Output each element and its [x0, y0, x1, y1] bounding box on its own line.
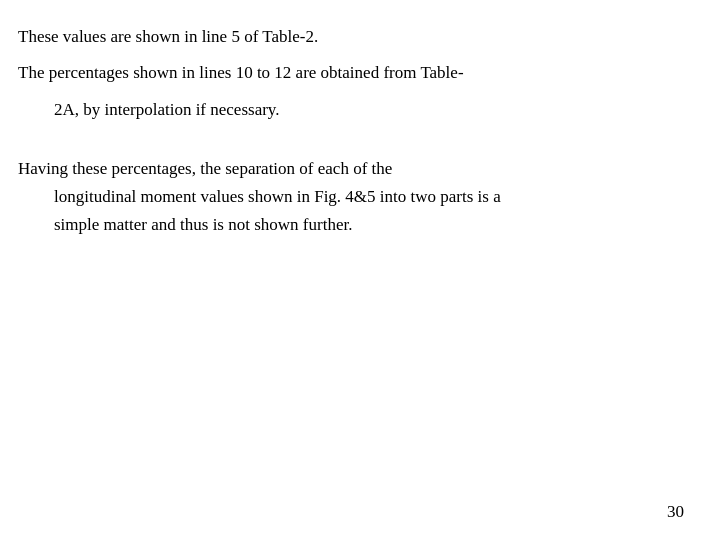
spacer [18, 123, 684, 155]
paragraph-3-text-line2: longitudinal moment values shown in Fig.… [54, 187, 501, 206]
paragraph-3-line2: longitudinal moment values shown in Fig.… [18, 183, 684, 211]
paragraph-3-line3: simple matter and thus is not shown furt… [18, 211, 684, 239]
page-container: These values are shown in line 5 of Tabl… [0, 0, 720, 540]
paragraph-3-text-line1: Having these percentages, the separation… [18, 159, 392, 178]
paragraph-2-text-part2: 2A, by interpolation if necessary. [54, 100, 280, 119]
paragraph-3-text-line3: simple matter and thus is not shown furt… [54, 215, 352, 234]
paragraph-1-text: These values are shown in line 5 of Tabl… [18, 27, 318, 46]
paragraph-2-line2: 2A, by interpolation if necessary. [18, 97, 684, 123]
paragraph-2-text-part1: The percentages shown in lines 10 to 12 … [18, 63, 464, 82]
page-number: 30 [667, 502, 684, 522]
paragraph-1: These values are shown in line 5 of Tabl… [18, 24, 684, 50]
paragraph-3-line1: Having these percentages, the separation… [18, 155, 684, 183]
paragraph-2-line1: The percentages shown in lines 10 to 12 … [18, 60, 684, 86]
